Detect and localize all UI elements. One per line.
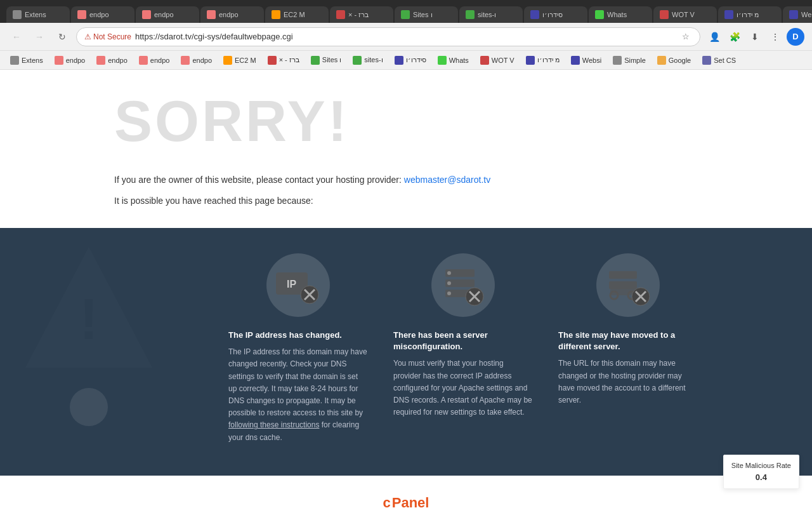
url-bar[interactable]: ⚠ Not Secure https://sdarot.tv/cgi-sys/d…	[76, 27, 700, 46]
save-page-button[interactable]: ⬇	[746, 28, 764, 46]
bookmark-whats[interactable]: Whats	[433, 54, 474, 67]
sorry-header: SORRY!	[0, 70, 812, 167]
bookmark-sdarot[interactable]: סידרו׳ו	[390, 54, 431, 67]
site-moved-icon	[603, 260, 653, 311]
bookmark-favicon-endpo1	[55, 56, 63, 65]
svg-rect-17	[609, 281, 637, 289]
reason-card-moved: The site may have moved to a different s…	[558, 253, 698, 444]
tab-label-brez: × - ברז	[348, 11, 387, 19]
profile-extension-button[interactable]: 👤	[705, 28, 723, 46]
tab-favicon-brez	[336, 10, 345, 19]
bookmark-setcs[interactable]: Set CS	[697, 54, 741, 67]
profile-avatar[interactable]: D	[787, 28, 804, 46]
intro-paragraph: If you are the owner of this website, pl…	[114, 173, 774, 187]
bookmark-sites2[interactable]: sites-ו	[348, 54, 388, 67]
bookmark-favicon-ec2	[223, 56, 232, 65]
back-button[interactable]: ←	[8, 28, 25, 46]
reload-button[interactable]: ↻	[53, 28, 71, 46]
tab-label-ec2: EC2 M	[284, 11, 322, 18]
svg-point-10	[447, 271, 451, 275]
sorry-body: If you are the owner of this website, pl…	[0, 167, 812, 228]
bookmark-favicon-sites2	[353, 56, 362, 65]
reason-title-ip: The IP address has changed.	[228, 330, 368, 341]
bookmark-favicon-sdarot2	[526, 56, 535, 65]
site-rate-badge: Site Malicious Rate 0.4	[723, 455, 799, 489]
bookmark-label-extens: Extens	[22, 57, 43, 64]
svg-rect-16	[609, 271, 637, 279]
tab-favicon-endpo3	[207, 10, 216, 19]
bookmark-label-wot: WOT V	[492, 57, 514, 64]
bookmarks-bar: Extens endpo endpo endpo endpo EC2 M × -…	[0, 51, 812, 70]
tab-bar: Extens endpo endpo endpo EC2 M × - ברז S…	[0, 0, 812, 23]
forward-button[interactable]: →	[30, 28, 48, 46]
bookmark-endpo2[interactable]: endpo	[91, 54, 133, 67]
tab-extensions[interactable]: Extens	[6, 6, 70, 23]
reason-title-server: There has been a server misconfiguration…	[393, 330, 533, 352]
bookmark-favicon-endpo3	[139, 56, 148, 65]
reasons-grid: IP The IP address has changed. The IP ad…	[152, 253, 774, 444]
settings-button[interactable]: ⋮	[766, 28, 784, 46]
tab-sites2[interactable]: sites-ו	[459, 6, 523, 23]
tab-favicon-sdarot1	[530, 10, 539, 19]
bookmark-label-sdarot2: מ ידרו׳ו	[537, 56, 560, 64]
url-text: https://sdarot.tv/cgi-sys/defaultwebpage…	[135, 32, 293, 41]
svg-text:!: !	[79, 288, 98, 351]
site-rate-line1: Site	[731, 462, 743, 469]
bookmark-sdarot2[interactable]: מ ידרו׳ו	[521, 54, 565, 67]
bookmark-label-endpo4: endpo	[192, 57, 212, 64]
background-warning-decoration: !	[19, 241, 159, 426]
tab-label-websi: Websi	[801, 11, 812, 18]
bookmark-websi[interactable]: Websi	[566, 54, 606, 67]
tab-wot[interactable]: WOT V	[653, 6, 717, 23]
bookmark-endpo3[interactable]: endpo	[134, 54, 175, 67]
extensions-button[interactable]: 🧩	[726, 28, 743, 46]
tab-endpo1[interactable]: endpo	[71, 6, 134, 23]
bg-circle-decoration	[70, 388, 108, 426]
tab-label-wot: WOT V	[672, 11, 710, 18]
bookmark-label-endpo3: endpo	[150, 57, 170, 64]
tab-websi[interactable]: Websi	[783, 6, 812, 23]
tab-endpo3[interactable]: endpo	[200, 6, 264, 23]
tab-brez[interactable]: × - ברז	[330, 6, 393, 23]
bookmark-endpo1[interactable]: endpo	[49, 54, 91, 67]
bookmark-favicon-sites1	[311, 56, 320, 65]
server-misconfig-icon	[438, 260, 488, 311]
bookmark-extens[interactable]: Extens	[5, 54, 48, 67]
bookmark-ec2[interactable]: EC2 M	[218, 54, 261, 67]
url-bar-right: ☆	[679, 30, 692, 43]
cpanel-logo-c: c	[383, 495, 391, 508]
possible-paragraph: It is possible you have reached this pag…	[114, 194, 774, 208]
dns-instructions-link[interactable]: following these instructions	[228, 420, 319, 429]
bookmark-simple[interactable]: Simple	[608, 54, 651, 67]
bookmark-brez[interactable]: × - ברז	[263, 54, 304, 67]
svg-point-12	[447, 291, 451, 295]
bookmark-sites1[interactable]: Sites ו	[306, 54, 347, 67]
tab-label-whats: Whats	[607, 11, 646, 18]
tab-sites[interactable]: Sites ו	[395, 6, 458, 23]
toolbar-right: 👤 🧩 ⬇ ⋮ D	[705, 28, 804, 46]
bookmark-star-icon[interactable]: ☆	[679, 30, 692, 43]
bookmark-google[interactable]: Google	[652, 54, 696, 67]
bookmark-favicon-sdarot	[395, 56, 403, 65]
tab-sdarot2[interactable]: מ ידרו׳ו	[718, 6, 782, 23]
tab-label-endpo3: endpo	[219, 11, 258, 18]
tab-favicon-extensions	[13, 10, 22, 19]
bookmark-endpo4[interactable]: endpo	[176, 54, 217, 67]
tab-favicon-endpo1	[77, 10, 86, 19]
tab-label-sites: Sites ו	[413, 11, 452, 19]
tab-endpo2[interactable]: endpo	[136, 6, 199, 23]
bookmark-favicon-endpo4	[181, 56, 190, 65]
bookmark-label-google: Google	[669, 57, 691, 64]
sorry-title: SORRY!	[114, 89, 774, 154]
webmaster-email-link[interactable]: webmaster@sdarot.tv	[404, 175, 490, 185]
tab-ec2[interactable]: EC2 M	[265, 6, 329, 23]
site-rate-value: 0.4	[731, 471, 791, 484]
bookmark-wot[interactable]: WOT V	[475, 54, 520, 67]
ip-icon-circle: IP	[266, 253, 330, 317]
tab-whats[interactable]: Whats	[589, 6, 652, 23]
tab-favicon-endpo2	[142, 10, 151, 19]
tab-sdarot1[interactable]: סידרו׳ו	[524, 6, 587, 23]
tab-label-endpo1: endpo	[89, 11, 128, 18]
bookmark-label-ec2: EC2 M	[235, 57, 256, 64]
reason-desc-ip: The IP address for this domain may have …	[228, 346, 368, 444]
